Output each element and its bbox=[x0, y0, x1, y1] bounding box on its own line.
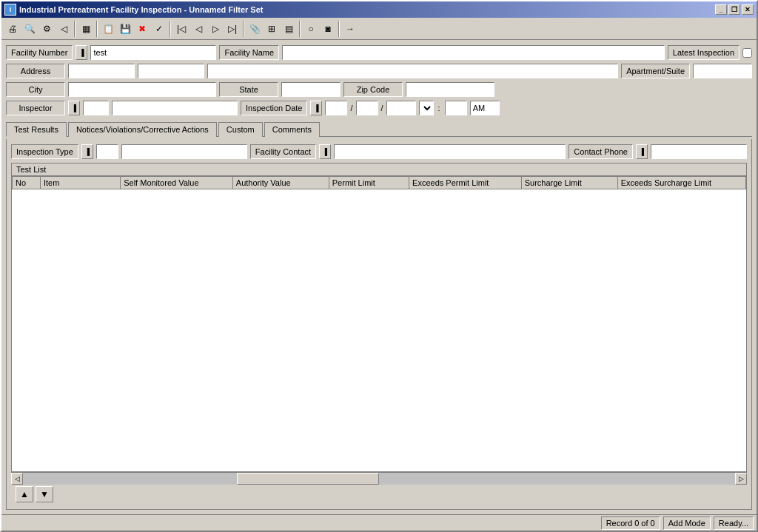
record-status: Record 0 of 0 bbox=[601, 516, 660, 530]
apartment-suite-label: Apartment/Suite bbox=[621, 64, 690, 78]
contact-phone-lookup-btn[interactable]: ▐ bbox=[636, 144, 648, 159]
nav-prev-button[interactable]: ◁ bbox=[190, 21, 207, 37]
tab-content: Inspection Type ▐ Facility Contact ▐ Con… bbox=[6, 139, 752, 510]
city-input[interactable] bbox=[68, 82, 216, 97]
sep-1 bbox=[74, 21, 76, 37]
col-self-monitored: Self Monitored Value bbox=[121, 177, 233, 189]
inspection-type-row: Inspection Type ▐ Facility Contact ▐ Con… bbox=[11, 144, 747, 160]
inspection-type-label: Inspection Type bbox=[11, 144, 78, 159]
grid-button[interactable]: ⊞ bbox=[264, 21, 280, 37]
delete-button[interactable]: ✖ bbox=[134, 21, 150, 37]
scroll-thumb[interactable] bbox=[237, 473, 379, 485]
inspection-date-label: Inspection Date bbox=[241, 101, 307, 115]
layout-button[interactable]: ▤ bbox=[281, 21, 297, 37]
date-sep2: / bbox=[381, 104, 383, 112]
sep-5 bbox=[299, 21, 301, 37]
inspector-label: Inspector bbox=[6, 101, 65, 115]
latest-inspection-label: Latest Inspection bbox=[668, 45, 739, 60]
inspection-date-dropdown[interactable]: ▼ bbox=[419, 101, 434, 115]
inspection-type-name-input[interactable] bbox=[121, 144, 247, 159]
tab-notices[interactable]: Notices/Violations/Corrective Actions bbox=[68, 122, 217, 137]
inspection-date-year[interactable] bbox=[386, 101, 416, 115]
inspection-ampm-input bbox=[470, 101, 500, 115]
inspection-type-code-input[interactable] bbox=[96, 144, 118, 159]
tab-test-results[interactable]: Test Results bbox=[6, 122, 67, 137]
inspector-name-input[interactable] bbox=[112, 101, 238, 115]
state-input[interactable] bbox=[281, 82, 341, 97]
title-bar: I Industrial Pretreatment Facility Inspe… bbox=[1, 1, 757, 18]
zip-code-label: Zip Code bbox=[343, 82, 403, 97]
inspection-date-month[interactable] bbox=[325, 101, 347, 115]
inspection-time-input[interactable] bbox=[445, 101, 467, 115]
close-button[interactable]: ✕ bbox=[742, 4, 754, 15]
nav-last-button[interactable]: ▷| bbox=[224, 21, 241, 37]
state-label: State bbox=[219, 82, 278, 97]
facility-number-label: Facility Number bbox=[6, 45, 73, 60]
facility-number-lookup-btn[interactable]: ▐ bbox=[76, 45, 87, 60]
back-button[interactable]: ◁ bbox=[56, 21, 72, 37]
scroll-track[interactable] bbox=[23, 473, 735, 485]
toolbar: 🖨 🔍 ⚙ ◁ ▦ 📋 💾 ✖ ✓ |◁ ◁ ▷ ▷| 📎 ⊞ ▤ ○ ◙ → bbox=[1, 18, 757, 40]
city-label: City bbox=[6, 82, 65, 97]
status-bar: Record 0 of 0 Add Mode Ready... bbox=[1, 514, 757, 531]
print-button[interactable]: 🖨 bbox=[4, 21, 21, 37]
window-title: Industrial Pretreatment Facility Inspect… bbox=[19, 5, 263, 14]
mode-status: Add Mode bbox=[663, 516, 711, 530]
address-input1[interactable] bbox=[68, 64, 135, 78]
facility-number-input[interactable] bbox=[90, 45, 216, 60]
inspector-row: Inspector ▐ Inspection Date ▐ / / ▼ : bbox=[6, 100, 752, 116]
latest-inspection-checkbox[interactable] bbox=[742, 48, 752, 58]
test-list-scroll-area[interactable]: No Item Self Monitored Value Authority V… bbox=[12, 176, 746, 471]
tab-custom[interactable]: Custom bbox=[218, 122, 263, 137]
facility-contact-label: Facility Contact bbox=[250, 144, 316, 159]
nav-first-button[interactable]: |◁ bbox=[173, 21, 190, 37]
tab-comments[interactable]: Comments bbox=[264, 122, 320, 137]
nav-up-button[interactable]: ▲ bbox=[16, 486, 33, 502]
col-no: No bbox=[13, 177, 41, 189]
col-surcharge-limit: Surcharge Limit bbox=[521, 177, 617, 189]
city-row: City State Zip Code bbox=[6, 81, 752, 98]
minimize-button[interactable]: _ bbox=[715, 4, 727, 15]
col-exceeds-surcharge: Exceeds Surcharge Limit bbox=[617, 177, 745, 189]
col-authority-value: Authority Value bbox=[232, 177, 329, 189]
col-exceeds-permit: Exceeds Permit Limit bbox=[409, 177, 522, 189]
settings-button[interactable]: ⚙ bbox=[38, 21, 55, 37]
col-permit-limit: Permit Limit bbox=[329, 177, 409, 189]
export-button[interactable]: → bbox=[342, 21, 358, 37]
inspection-date-day[interactable] bbox=[356, 101, 378, 115]
facility-row: Facility Number ▐ Facility Name Latest I… bbox=[6, 44, 752, 61]
preview-button[interactable]: 🔍 bbox=[21, 21, 38, 37]
window-body: Facility Number ▐ Facility Name Latest I… bbox=[1, 40, 757, 514]
test-list-container: Test List No Item Self Monitored Value A… bbox=[11, 163, 747, 472]
horizontal-scrollbar[interactable]: ◁ ▷ bbox=[11, 472, 747, 484]
inspector-code-input[interactable] bbox=[83, 101, 109, 115]
nav-next-button[interactable]: ▷ bbox=[207, 21, 224, 37]
restore-button[interactable]: ❐ bbox=[728, 4, 740, 15]
inspection-date-btn[interactable]: ▐ bbox=[310, 101, 322, 115]
zip-code-input[interactable] bbox=[406, 82, 494, 97]
attach-button[interactable]: 📎 bbox=[246, 21, 263, 37]
address-label: Address bbox=[6, 64, 65, 78]
document-button[interactable]: 📋 bbox=[100, 21, 116, 37]
facility-name-input[interactable] bbox=[282, 45, 665, 60]
camera-button[interactable]: ○ bbox=[303, 21, 319, 37]
test-list-label: Test List bbox=[12, 164, 746, 176]
filter-button[interactable]: ▦ bbox=[78, 21, 94, 37]
scroll-left-button[interactable]: ◁ bbox=[11, 473, 23, 485]
scroll-right-button[interactable]: ▷ bbox=[735, 473, 747, 485]
nav-down-button[interactable]: ▼ bbox=[36, 486, 53, 502]
apartment-suite-input[interactable] bbox=[693, 64, 752, 78]
save-button[interactable]: 💾 bbox=[117, 21, 133, 37]
address-input3[interactable] bbox=[207, 64, 618, 78]
facility-contact-lookup-btn[interactable]: ▐ bbox=[319, 144, 331, 159]
check-button[interactable]: ✓ bbox=[151, 21, 167, 37]
address-input2[interactable] bbox=[138, 64, 204, 78]
nav-buttons: ▲ ▼ bbox=[11, 484, 747, 505]
inspection-type-lookup-btn[interactable]: ▐ bbox=[81, 144, 93, 159]
sep-6 bbox=[338, 21, 340, 37]
facility-contact-input[interactable] bbox=[334, 144, 566, 159]
chart-button[interactable]: ◙ bbox=[320, 21, 336, 37]
contact-phone-input[interactable] bbox=[651, 144, 747, 159]
title-bar-buttons: _ ❐ ✕ bbox=[715, 4, 754, 15]
inspector-lookup-btn[interactable]: ▐ bbox=[68, 101, 80, 115]
